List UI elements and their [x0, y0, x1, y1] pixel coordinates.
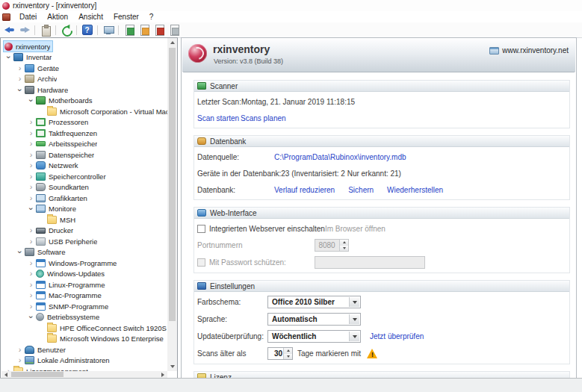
tree-item-content[interactable]: Linux-Programme: [35, 279, 108, 290]
backup-link[interactable]: Sichern: [348, 186, 374, 194]
tree-item-content[interactable]: USB Peripherie: [35, 236, 99, 246]
website-link[interactable]: www.rxinventory.net: [489, 46, 569, 55]
collapse-icon[interactable]: [27, 97, 35, 104]
collapse-icon[interactable]: [16, 249, 24, 255]
expand-icon[interactable]: [27, 227, 35, 234]
scrollbar-thumb[interactable]: [11, 372, 64, 377]
dropdown-arrow-icon[interactable]: [349, 314, 359, 324]
dropdown-arrow-icon[interactable]: [349, 297, 359, 307]
back-button[interactable]: [2, 23, 16, 37]
expand-icon[interactable]: [27, 162, 35, 169]
check-now-link[interactable]: Jetzt überprüfen: [370, 332, 424, 340]
tree-item-content[interactable]: Prozessoren: [35, 117, 90, 128]
collapse-icon[interactable]: [27, 314, 35, 320]
scan-schedule-link[interactable]: Scans planen: [241, 114, 286, 122]
forward-button[interactable]: [17, 23, 31, 37]
language-dropdown[interactable]: Automatisch: [267, 313, 361, 326]
expand-icon[interactable]: [27, 303, 35, 310]
tree-item-content[interactable]: MSH: [46, 214, 78, 225]
tree-item-inventar[interactable]: Inventar: [1, 52, 167, 63]
tree-item-arbeitsspeicher[interactable]: Arbeitsspeicher: [1, 139, 167, 150]
tree-item-archiv[interactable]: Archiv: [1, 74, 167, 85]
scroll-right-icon[interactable]: [158, 371, 167, 378]
tree-item-content[interactable]: Netzwerk: [35, 161, 81, 171]
tree-item-monitore[interactable]: Monitore: [1, 204, 167, 215]
paste-button[interactable]: [38, 23, 52, 37]
datasource-path-link[interactable]: C:\ProgramData\Rubinox\inventory.mdb: [274, 153, 406, 161]
scan-start-link[interactable]: Scan starten: [197, 114, 239, 122]
tree-item-content[interactable]: SNMP-Programme: [35, 301, 111, 311]
tree-item-content[interactable]: Inventar: [13, 52, 54, 63]
expand-icon[interactable]: [27, 152, 35, 158]
tree-item-mac-programme[interactable]: Mac-Programme: [1, 290, 167, 302]
scrollbar-thumb[interactable]: [169, 48, 176, 321]
expand-icon[interactable]: [27, 195, 35, 202]
tree-item-soundkarten[interactable]: Soundkarten: [1, 182, 167, 193]
expand-icon[interactable]: [27, 238, 35, 245]
tree-item-software[interactable]: Software: [1, 247, 167, 258]
tree-item-content[interactable]: Datenspeicher: [35, 149, 96, 160]
tree-item-content[interactable]: Betriebssysteme: [35, 312, 102, 323]
tree-item-content[interactable]: Motherboards: [35, 96, 95, 106]
dropdown-arrow-icon[interactable]: [349, 332, 359, 341]
expand-icon[interactable]: [16, 65, 24, 72]
tree-item-benutzer[interactable]: Benutzer: [1, 344, 167, 355]
tree-item-motherboards[interactable]: Motherboards: [1, 96, 167, 107]
tree-item-netzwerk[interactable]: Netzwerk: [1, 161, 167, 172]
menu-aktion[interactable]: Aktion: [42, 12, 73, 22]
tree-item-hpe-officeconnect-switch-1920s-8g-pp[interactable]: HPE OfficeConnect Switch 1920S 8G PP: [1, 323, 167, 334]
tree-item-ger-te[interactable]: Geräte: [1, 63, 167, 74]
tree-item-content[interactable]: Windows-Updates: [35, 269, 107, 279]
expand-icon[interactable]: [27, 292, 35, 299]
tree-item-snmp-programme[interactable]: SNMP-Programme: [1, 301, 167, 312]
scans-older-stepper[interactable]: 30: [267, 347, 293, 360]
menu-help[interactable]: ?: [144, 12, 159, 22]
tree-item-taktfrequenzen[interactable]: Taktfrequenzen: [1, 128, 167, 139]
tree-item-content[interactable]: Lokale Administratoren: [24, 355, 112, 366]
expand-icon[interactable]: [27, 140, 35, 147]
menu-fenster[interactable]: Fenster: [108, 12, 144, 22]
expand-icon[interactable]: [27, 130, 35, 137]
collapse-icon[interactable]: [27, 205, 35, 212]
tree-item-lokale-administratoren[interactable]: Lokale Administratoren: [1, 355, 167, 367]
tree-item-content[interactable]: Geräte: [24, 63, 61, 73]
tree-item-content[interactable]: HPE OfficeConnect Switch 1920S 8G PP: [46, 323, 167, 333]
update-check-dropdown[interactable]: Wöchentlich: [267, 330, 361, 343]
tree-item-content[interactable]: Archiv: [24, 74, 59, 84]
tree-item-content[interactable]: Benutzer: [24, 344, 68, 355]
scroll-up-icon[interactable]: [167, 38, 177, 47]
refresh-button[interactable]: [59, 23, 73, 37]
tree-item-grafikkarten[interactable]: Grafikkarten: [1, 193, 167, 204]
expand-icon[interactable]: [16, 75, 24, 82]
tree-item-content[interactable]: Mac-Programme: [35, 290, 104, 301]
tree-item-content[interactable]: Grafikkarten: [35, 193, 90, 203]
menu-datei[interactable]: Datei: [14, 12, 42, 22]
tree-item-datenspeicher[interactable]: Datenspeicher: [1, 149, 167, 161]
tree-item-betriebssysteme[interactable]: Betriebssysteme: [1, 312, 167, 323]
menu-ansicht[interactable]: Ansicht: [73, 12, 108, 22]
collapse-icon[interactable]: [16, 87, 24, 93]
tree-item-content[interactable]: Microsoft Corporation - Virtual Machin: [46, 106, 167, 116]
tree-item-microsoft-corporation-virtual-machin[interactable]: Microsoft Corporation - Virtual Machin: [1, 106, 167, 117]
tree-item-content[interactable]: Taktfrequenzen: [35, 128, 99, 138]
expand-icon[interactable]: [16, 346, 24, 353]
reduce-history-link[interactable]: Verlauf reduzieren: [274, 186, 335, 194]
tree-item-content[interactable]: rxinventory: [4, 41, 52, 52]
tree-item-content[interactable]: Microsoft Windows 10 Enterprise: [46, 334, 166, 344]
tree-item-speichercontroller[interactable]: Speichercontroller: [1, 171, 167, 182]
tree-item-content[interactable]: Software: [24, 247, 68, 258]
tree-item-rxinventory[interactable]: rxinventory: [1, 41, 167, 52]
doc-xml-button[interactable]: [137, 23, 151, 37]
tree-item-microsoft-windows-10-enterprise[interactable]: Microsoft Windows 10 Enterprise: [1, 334, 167, 345]
doc-plain-button[interactable]: [167, 23, 181, 37]
expand-icon[interactable]: [27, 173, 35, 180]
tree-item-content[interactable]: Lizenzmanagement: [13, 366, 90, 371]
tree-item-content[interactable]: Monitore: [35, 204, 78, 214]
collapse-icon[interactable]: [4, 54, 13, 60]
tree-item-windows-updates[interactable]: Windows-Updates: [1, 269, 167, 280]
doc-pdf-button[interactable]: [152, 23, 166, 37]
scroll-down-icon[interactable]: [167, 362, 177, 371]
tree-vertical-scrollbar[interactable]: [167, 38, 177, 371]
tree-item-msh[interactable]: MSH: [1, 214, 167, 225]
color-scheme-dropdown[interactable]: Office 2010 Silber: [267, 296, 361, 308]
